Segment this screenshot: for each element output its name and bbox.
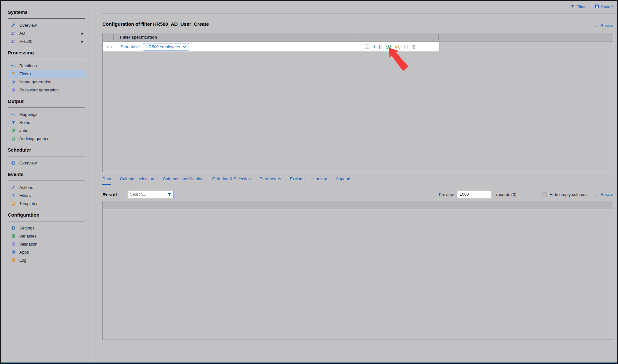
funnel-icon [11,120,16,125]
drag-handle[interactable] [107,45,112,49]
submenu-arrow-icon: ▶ [81,32,84,35]
wrench-icon [11,185,16,190]
checkbox-icon[interactable] [364,44,370,49]
section-title-systems: Systems [8,9,93,15]
trash-icon[interactable] [411,44,416,49]
result-resize-button[interactable]: ↔ Resize [594,192,613,197]
sidebar-item-label: Filters [19,71,31,76]
sidebar-section-output: Output Mappings Roles Jobs Auditing quer… [8,98,93,143]
tab-bar: Data Columns selection Columns specifica… [102,176,350,185]
sidebar: Systems Overview AD ▶ HR500 ▶ Processing [1,1,93,363]
filter-button[interactable]: Filter [570,4,586,9]
filter-button-label: Filter [576,5,586,9]
start-table-dropdown[interactable]: HR500.employees [143,43,189,51]
header-column-divider [438,34,439,40]
sidebar-item-hr500[interactable]: HR500 ▶ [8,37,86,45]
sidebar-item-templates[interactable]: Templates [8,200,86,208]
sidebar-item-label: Templates [19,201,38,206]
result-panel-header [103,201,613,209]
sidebar-item-validation[interactable]: Validation [8,240,86,248]
sidebar-item-label: Auditing queries [19,136,49,141]
sidebar-item-label: Variables [19,234,36,238]
section-divider [8,59,85,59]
sidebar-item-event-filters[interactable]: Filters [8,191,86,200]
doc-icon [11,136,16,141]
sidebar-item-auditing-queries[interactable]: Auditing queries [8,135,86,143]
sidebar-item-label: Overview [19,161,37,165]
sidebar-section-systems: Systems Overview AD ▶ HR500 ▶ [8,9,93,45]
function-button[interactable]: f(x) [395,44,400,49]
section-divider [8,221,85,221]
tab-exclude[interactable]: Exclude [290,176,304,185]
sidebar-item-actions[interactable]: Actions [8,183,86,191]
hide-empty-columns-checkbox[interactable] [542,192,547,197]
sidebar-item-roles[interactable]: Roles [8,118,86,126]
section-title-configuration: Configuration [8,212,93,218]
header-column-divider [113,34,114,40]
hide-empty-columns-label: Hide empty columns [549,192,587,197]
doc-icon [11,234,16,239]
funnel-icon [11,71,16,77]
top-toolbar: Filter Save * [570,4,613,9]
sidebar-item-label: AD [19,31,25,36]
sidebar-item-label: Jobs [19,128,28,133]
sidebar-item-overview[interactable]: Overview [8,21,86,29]
toolbar-divider [102,14,615,14]
sidebar-item-label: Log [19,258,26,263]
records-count: records (0) [496,192,517,197]
tab-parameters[interactable]: Parameters [259,176,281,185]
row-action-icons: & || f(x) |×| [364,44,416,49]
sidebar-item-filters[interactable]: Filters [8,70,86,78]
doc-icon [11,258,16,263]
relations-icon [11,112,16,117]
sidebar-item-password-generation[interactable]: Password generation [8,86,86,94]
users-icon [11,31,16,36]
sidebar-item-label: Validation [19,242,37,247]
preview-count-input[interactable] [457,191,491,198]
page-title: Configuration of filter HR500_AD_User_Cr… [102,21,209,27]
link-icon[interactable] [385,44,392,49]
sidebar-item-ad[interactable]: AD ▶ [8,29,86,37]
result-panel [102,201,613,340]
sidebar-item-mappings[interactable]: Mappings [8,110,86,118]
edit-doc-icon [11,88,16,93]
save-button-label: Save * [601,5,613,9]
sidebar-item-label: Apps [19,250,29,255]
tab-data[interactable]: Data [102,176,111,185]
sidebar-item-apps[interactable]: Apps [8,248,86,256]
resize-icon: ↔ [594,192,598,197]
tab-columns-selection[interactable]: Columns selection [120,176,154,185]
tab-columns-specification[interactable]: Columns specification [163,176,203,185]
sidebar-item-label: Name generation [19,79,52,84]
exclude-button[interactable]: |×| [404,44,408,49]
section-title-events: Events [8,172,93,177]
section-divider [8,181,85,181]
section-divider [8,107,85,108]
edit-doc-icon [11,250,16,255]
or-operator-button[interactable]: || [379,44,382,49]
save-button[interactable]: Save * [595,4,613,9]
sidebar-item-variables[interactable]: Variables [8,232,86,240]
sidebar-section-processing: Processing Relations Filters Name genera… [8,50,93,94]
result-bar-right: Preview records (0) Hide empty columns ↔… [439,191,613,198]
sidebar-item-name-generation[interactable]: Name generation [8,78,86,86]
result-bar: Result Preview records (0) Hide empty co… [102,190,613,199]
tab-lookup[interactable]: Lookup [314,176,327,185]
sidebar-item-settings[interactable]: Settings [8,224,86,232]
sidebar-item-scheduler-overview[interactable]: Overview [8,159,86,167]
filter-panel-resize-button[interactable]: ↔ Resize [594,23,613,28]
sidebar-item-jobs[interactable]: Jobs [8,126,86,135]
save-icon [595,4,599,9]
sidebar-item-relations[interactable]: Relations [8,62,86,70]
tab-append[interactable]: Append [336,176,350,185]
search-filter-icon[interactable] [167,192,172,197]
tab-ordering-selection[interactable]: Ordering & Selection [212,176,251,185]
section-title-output: Output [8,98,93,104]
search-input[interactable] [130,192,162,197]
sidebar-item-log[interactable]: Log [8,256,86,264]
sidebar-item-label: Actions [19,185,33,190]
sidebar-item-label: Mappings [19,112,37,117]
wrench-icon [11,23,16,28]
chevron-down-icon [183,46,186,48]
and-operator-button[interactable]: & [373,44,376,49]
